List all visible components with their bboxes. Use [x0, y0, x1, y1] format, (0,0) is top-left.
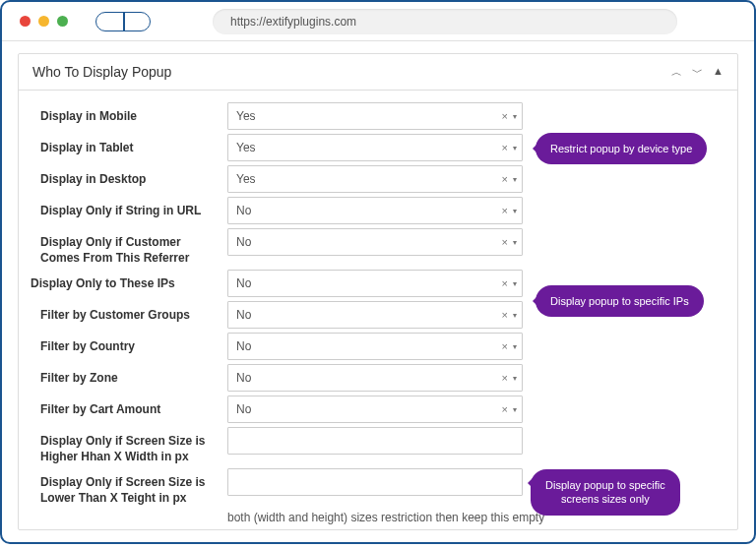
select-string-url[interactable]: No ×▾: [227, 197, 523, 224]
select-value: No: [236, 371, 251, 385]
dropdown-caret-icon[interactable]: ▾: [513, 207, 516, 215]
select-value: No: [236, 308, 251, 322]
clear-icon[interactable]: ×: [502, 173, 508, 185]
select-value: No: [236, 402, 251, 416]
clear-icon[interactable]: ×: [502, 236, 508, 248]
select-value: No: [236, 276, 251, 290]
move-up-icon[interactable]: ︿: [671, 65, 682, 80]
select-zone[interactable]: No ×▾: [227, 364, 523, 392]
dropdown-caret-icon[interactable]: ▾: [513, 405, 516, 414]
label-country: Filter by Country: [40, 333, 227, 355]
minimize-window-button[interactable]: [38, 16, 49, 27]
dropdown-caret-icon[interactable]: ▾: [513, 279, 516, 288]
address-bar[interactable]: https://extifyplugins.com: [213, 9, 677, 34]
dropdown-caret-icon[interactable]: ▾: [513, 311, 516, 320]
close-window-button[interactable]: [20, 16, 31, 27]
dropdown-caret-icon[interactable]: ▾: [513, 238, 516, 247]
clear-icon[interactable]: ×: [502, 372, 508, 384]
select-value: Yes: [236, 141, 256, 154]
select-value: Yes: [236, 172, 256, 186]
clear-icon[interactable]: ×: [502, 205, 508, 216]
panel-body: Display in Mobile Yes ×▾ Display in Tabl…: [19, 91, 737, 529]
dropdown-caret-icon[interactable]: ▾: [513, 342, 516, 351]
select-value: No: [236, 235, 251, 249]
select-referrer[interactable]: No ×▾: [227, 228, 523, 256]
label-cart: Filter by Cart Amount: [40, 396, 227, 418]
clear-icon[interactable]: ×: [502, 110, 508, 122]
clear-icon[interactable]: ×: [502, 277, 508, 289]
dropdown-caret-icon[interactable]: ▾: [513, 175, 516, 184]
callout-ips: Display popup to specific IPs: [536, 285, 704, 317]
select-value: No: [236, 339, 251, 353]
label-string-url: Display Only if String in URL: [40, 197, 227, 219]
dropdown-caret-icon[interactable]: ▾: [513, 112, 516, 121]
clear-icon[interactable]: ×: [502, 340, 508, 352]
url-text: https://extifyplugins.com: [230, 15, 356, 29]
content-area: Who To Display Popup ︿ ﹀ ▲ Display in Mo…: [2, 41, 754, 542]
input-screen-lower[interactable]: [227, 468, 523, 496]
label-display-mobile: Display in Mobile: [40, 102, 227, 125]
callout-screen: Display popup to specific screens sizes …: [531, 469, 680, 516]
browser-toolbar: https://extifyplugins.com: [2, 2, 754, 41]
select-value: No: [236, 204, 251, 217]
label-referrer: Display Only if Customer Comes From This…: [40, 228, 227, 266]
dropdown-caret-icon[interactable]: ▾: [513, 374, 516, 383]
label-display-tablet: Display in Tablet: [40, 134, 227, 156]
nav-pill-icon: [95, 12, 151, 31]
select-display-desktop[interactable]: Yes ×▾: [227, 165, 523, 193]
label-screen-higher: Display Only if Screen Size is Higher Hh…: [40, 427, 227, 464]
select-ips[interactable]: No ×▾: [227, 270, 523, 297]
select-display-mobile[interactable]: Yes ×▾: [227, 102, 523, 130]
label-display-desktop: Display in Desktop: [40, 165, 227, 188]
settings-panel: Who To Display Popup ︿ ﹀ ▲ Display in Mo…: [18, 53, 738, 530]
collapse-icon[interactable]: ▲: [713, 65, 724, 80]
browser-window: https://extifyplugins.com Who To Display…: [0, 0, 756, 544]
clear-icon[interactable]: ×: [502, 142, 508, 153]
clear-icon[interactable]: ×: [502, 403, 508, 415]
label-zone: Filter by Zone: [40, 364, 227, 387]
input-screen-higher[interactable]: [227, 427, 523, 455]
clear-icon[interactable]: ×: [502, 309, 508, 321]
callout-device: Restrict popup by device type: [536, 133, 707, 164]
select-value: Yes: [236, 109, 256, 123]
label-screen-lower: Display Only if Screen Size is Lower Tha…: [40, 468, 227, 506]
select-groups[interactable]: No ×▾: [227, 301, 523, 329]
select-display-tablet[interactable]: Yes ×▾: [227, 134, 523, 161]
move-down-icon[interactable]: ﹀: [692, 65, 703, 80]
label-ips: Display Only to These IPs: [31, 270, 227, 292]
panel-header: Who To Display Popup ︿ ﹀ ▲: [19, 54, 737, 91]
label-groups: Filter by Customer Groups: [40, 301, 227, 324]
panel-title: Who To Display Popup: [32, 64, 171, 80]
dropdown-caret-icon[interactable]: ▾: [513, 144, 516, 152]
select-country[interactable]: No ×▾: [227, 333, 523, 360]
select-cart[interactable]: No ×▾: [227, 396, 523, 423]
maximize-window-button[interactable]: [57, 16, 68, 27]
